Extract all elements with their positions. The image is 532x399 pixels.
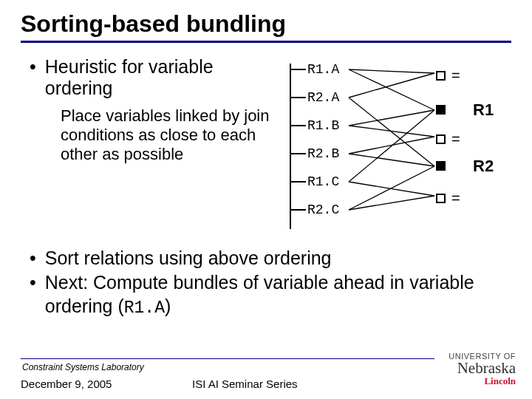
diagram-vertical-line xyxy=(290,64,291,229)
bullet-next: • Next: Compute bundles of variable ahea… xyxy=(30,271,511,318)
bullet-next-prefix: Next: Compute bundles of variable ahead … xyxy=(45,272,474,316)
var-label: R1.B xyxy=(307,118,339,133)
var-label: R2.A xyxy=(307,90,339,105)
slide-date: December 9, 2005 xyxy=(21,378,112,390)
svg-line-11 xyxy=(349,196,434,210)
svg-line-0 xyxy=(349,69,434,73)
svg-line-3 xyxy=(349,98,434,166)
tick xyxy=(290,69,306,70)
relation-symbol xyxy=(436,105,446,115)
equals-icon: = xyxy=(451,191,460,205)
svg-line-9 xyxy=(349,182,434,196)
relation-label-r2: R2 xyxy=(473,157,494,176)
logo-line3: Lincoln xyxy=(449,376,516,386)
bullet-heuristic-text: Heuristic for variable ordering xyxy=(45,56,275,99)
university-logo: UNIVERSITY OF Nebraska Lincoln xyxy=(449,352,516,386)
relation-symbol: = xyxy=(436,68,460,83)
tick xyxy=(290,153,306,154)
var-label: R1.C xyxy=(307,174,339,189)
lab-name: Constraint Systems Laboratory xyxy=(22,362,144,372)
bullet-sort: • Sort relations using above ordering xyxy=(30,247,511,270)
var-label: R2.C xyxy=(307,202,339,217)
bullet-next-suffix: ) xyxy=(165,296,171,316)
bullet-next-text: Next: Compute bundles of variable ahead … xyxy=(45,271,511,318)
relation-symbol: = xyxy=(436,132,460,146)
svg-line-10 xyxy=(349,166,434,210)
slide-title: Sorting-based bundling xyxy=(21,10,511,38)
logo-line2: Nebraska xyxy=(449,361,516,376)
title-underline xyxy=(21,41,511,43)
var-label: R2.B xyxy=(307,146,339,161)
bullet-dot: • xyxy=(30,247,36,270)
tick xyxy=(290,209,306,211)
filled-square-icon xyxy=(436,105,446,115)
svg-line-4 xyxy=(349,126,434,137)
square-icon xyxy=(436,194,446,203)
var-label: R1.A xyxy=(307,62,339,77)
svg-line-8 xyxy=(349,110,434,182)
tick xyxy=(290,181,306,183)
svg-line-2 xyxy=(349,73,434,98)
sub-text: Place variables linked by join condition… xyxy=(30,106,275,165)
svg-line-5 xyxy=(349,110,434,126)
bullet-dot: • xyxy=(30,56,36,99)
bullet-sort-text: Sort relations using above ordering xyxy=(45,247,332,270)
square-icon xyxy=(436,71,446,81)
tick xyxy=(290,125,306,126)
equals-icon: = xyxy=(451,132,460,146)
equals-icon: = xyxy=(451,68,460,83)
bullet-next-code: R1.A xyxy=(124,299,165,318)
filled-square-icon xyxy=(436,161,446,171)
footer-rule xyxy=(21,358,434,359)
svg-line-7 xyxy=(349,154,434,166)
svg-line-1 xyxy=(349,69,434,110)
bullet-heuristic: • Heuristic for variable ordering xyxy=(30,56,275,99)
relation-symbol: = xyxy=(436,191,460,205)
tick xyxy=(290,97,306,98)
square-icon xyxy=(436,134,446,144)
svg-line-6 xyxy=(349,137,434,154)
seminar-series: ISI AI Seminar Series xyxy=(192,378,298,390)
relation-symbol xyxy=(436,161,446,171)
relation-label-r1: R1 xyxy=(473,100,494,120)
bullet-dot: • xyxy=(30,271,36,318)
variable-diagram: R1.A R2.A R1.B R2.B R1.C R2.C = xyxy=(290,59,511,236)
